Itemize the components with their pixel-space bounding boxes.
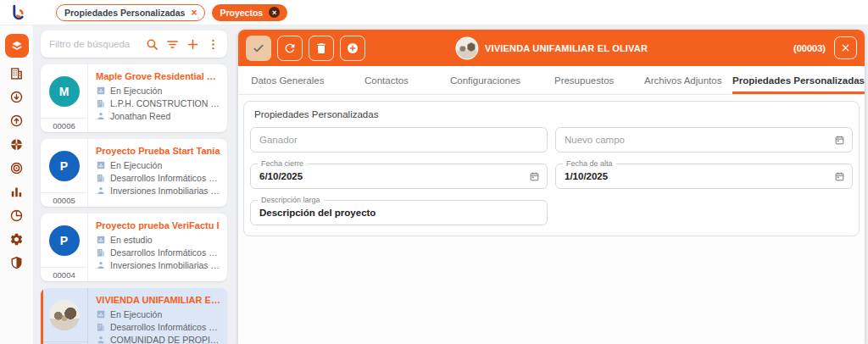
calendar-icon[interactable] bbox=[529, 171, 540, 182]
fecha-alta-value: 1/10/2025 bbox=[565, 171, 834, 181]
project-avatar: M bbox=[49, 76, 80, 107]
tab-content: Propiedades Personalizadas Ganador Nuevo… bbox=[238, 95, 865, 344]
project-title: VIVIENDA UNIFAMILIAR EL OLIVAR bbox=[96, 295, 220, 305]
tab-pill-label: Propiedades Personalizadas bbox=[64, 8, 185, 18]
descripcion-larga-label: Descripción larga bbox=[258, 195, 324, 205]
card-avatar-column: 00003 bbox=[41, 288, 88, 344]
close-tab-icon[interactable]: × bbox=[191, 7, 197, 19]
close-detail-button[interactable] bbox=[834, 36, 857, 59]
project-status: En estudio bbox=[110, 235, 153, 245]
project-company: Desarrollos Informáticos SHM S.L. bbox=[110, 247, 220, 258]
search-input[interactable]: Filtro de búsqueda bbox=[49, 39, 139, 49]
fecha-alta-label: Fecha de alta bbox=[563, 158, 616, 169]
detail-tabs: Datos GeneralesContactosConfiguracionesP… bbox=[238, 66, 865, 95]
project-status: En Ejecución bbox=[110, 309, 162, 319]
icon-rail bbox=[0, 25, 34, 344]
tab-contactos[interactable]: Contactos bbox=[337, 66, 437, 94]
sidebar-item-arrow-down-circle[interactable] bbox=[5, 88, 29, 105]
fecha-cierre-field[interactable]: Fecha cierre 6/10/2025 bbox=[250, 164, 548, 189]
project-code: 00006 bbox=[41, 118, 87, 132]
tab-pill-propiedades-personalizadas[interactable]: Propiedades Personalizadas × bbox=[56, 4, 205, 21]
project-card[interactable]: P 00004 Proyecto prueba VeriFactu I En e… bbox=[41, 214, 227, 281]
search-icon[interactable] bbox=[145, 37, 159, 52]
add-project-icon[interactable] bbox=[186, 37, 200, 52]
search-bar[interactable]: Filtro de búsqueda bbox=[41, 31, 227, 58]
descripcion-larga-field[interactable]: Descripción larga Descripción del proyec… bbox=[250, 200, 548, 225]
calendar-icon[interactable] bbox=[834, 171, 845, 182]
more-options-icon[interactable] bbox=[206, 37, 220, 52]
fecha-cierre-label: Fecha cierre bbox=[258, 158, 307, 169]
detail-header: VIVIENDA UNIFAMILIAR EL OLIVAR (00003) bbox=[238, 30, 865, 66]
tab-presupuestos[interactable]: Presupuestos bbox=[535, 66, 634, 94]
project-contact: Jonathan Reed bbox=[110, 111, 170, 121]
sidebar-item-target[interactable] bbox=[5, 159, 29, 176]
custom-properties-panel: Propiedades Personalizadas Ganador Nuevo… bbox=[243, 101, 860, 236]
sidebar-item-pie-chart[interactable] bbox=[5, 207, 29, 224]
project-card-list: M 00006 Maple Grove Residential Project … bbox=[41, 64, 227, 344]
person-icon bbox=[96, 260, 106, 270]
company-icon bbox=[96, 173, 106, 183]
company-icon bbox=[96, 322, 106, 332]
tab-propiedades-personalizadas[interactable]: Propiedades Personalizadas bbox=[732, 66, 865, 94]
tab-pill-proyectos[interactable]: Proyectos × bbox=[212, 4, 287, 21]
project-code: 00005 bbox=[41, 192, 87, 207]
tab-datos-generales[interactable]: Datos Generales bbox=[238, 66, 337, 94]
section-title: Propiedades Personalizadas bbox=[254, 109, 853, 119]
project-status: En Ejecución bbox=[110, 160, 162, 170]
project-detail-card: VIVIENDA UNIFAMILIAR EL OLIVAR (00003) D… bbox=[238, 30, 865, 344]
nuevo-campo-placeholder: Nuevo campo bbox=[565, 135, 834, 145]
project-code: 00004 bbox=[41, 267, 87, 281]
tab-configuraciones[interactable]: Configuraciones bbox=[436, 66, 535, 94]
project-list-panel: Filtro de búsqueda M 00006 Maple Grove R… bbox=[34, 25, 233, 344]
sidebar-item-building[interactable] bbox=[5, 64, 29, 81]
delete-button[interactable] bbox=[309, 36, 334, 61]
ganador-placeholder: Ganador bbox=[259, 135, 540, 145]
project-card[interactable]: 00003 VIVIENDA UNIFAMILIAR EL OLIVAR En … bbox=[41, 288, 227, 344]
company-icon bbox=[96, 247, 106, 258]
project-title: Maple Grove Residential Project bbox=[96, 71, 220, 81]
project-card[interactable]: P 00005 Proyecto Prueba Start Tania En E… bbox=[41, 139, 227, 207]
close-tab-icon[interactable]: × bbox=[269, 7, 280, 18]
sidebar-item-layers[interactable] bbox=[5, 34, 29, 58]
status-chart-icon bbox=[96, 86, 106, 96]
card-body: VIVIENDA UNIFAMILIAR EL OLIVAR En Ejecuc… bbox=[88, 288, 227, 344]
app-logo[interactable] bbox=[0, 0, 34, 25]
project-avatar: P bbox=[49, 225, 80, 256]
card-body: Proyecto Prueba Start Tania En Ejecución… bbox=[88, 139, 227, 207]
status-chart-icon bbox=[96, 160, 106, 170]
project-company: Desarrollos Informáticos SHM S.L. bbox=[110, 173, 220, 183]
sidebar-item-gear[interactable] bbox=[5, 230, 29, 247]
save-button[interactable] bbox=[246, 36, 271, 61]
project-company: L.P.H. CONSTRUCTION LIMITED bbox=[110, 98, 220, 108]
sidebar-item-bar-chart[interactable] bbox=[5, 183, 29, 200]
status-chart-icon bbox=[96, 309, 106, 319]
sidebar-item-pie-blocks[interactable] bbox=[5, 136, 29, 153]
company-icon bbox=[96, 98, 106, 108]
tab-pill-label: Proyectos bbox=[220, 8, 263, 18]
filter-icon[interactable] bbox=[165, 37, 180, 52]
refresh-button[interactable] bbox=[277, 36, 303, 61]
project-card[interactable]: M 00006 Maple Grove Residential Project … bbox=[41, 64, 227, 132]
person-icon bbox=[96, 111, 106, 121]
project-title: Proyecto prueba VeriFactu I bbox=[96, 220, 220, 230]
nuevo-campo-field[interactable]: Nuevo campo bbox=[555, 127, 853, 153]
project-avatar bbox=[49, 300, 80, 330]
fecha-alta-field[interactable]: Fecha de alta 1/10/2025 bbox=[555, 164, 853, 189]
ganador-field[interactable]: Ganador bbox=[250, 127, 548, 153]
descripcion-larga-value: Descripción del proyecto bbox=[259, 208, 540, 218]
detail-title: VIVIENDA UNIFAMILIAR EL OLIVAR bbox=[485, 43, 648, 53]
project-contact: COMUNIDAD DE PROPIETARIOS EL ... bbox=[110, 335, 220, 344]
card-avatar-column: P 00004 bbox=[41, 214, 88, 281]
top-bar: Propiedades Personalizadas × Proyectos × bbox=[0, 0, 868, 25]
project-contact: Inversiones Inmobiliarias S.A. bbox=[110, 186, 220, 196]
sidebar-item-arrow-up-circle[interactable] bbox=[5, 112, 29, 129]
project-photo-avatar bbox=[455, 36, 478, 59]
open-tabs-bar: Propiedades Personalizadas × Proyectos × bbox=[56, 4, 287, 21]
add-button[interactable] bbox=[340, 36, 365, 61]
sidebar-item-shield[interactable] bbox=[5, 254, 29, 271]
status-chart-icon bbox=[96, 235, 106, 245]
project-contact: Inversiones Inmobiliarias S.A. bbox=[110, 260, 220, 270]
calendar-icon[interactable] bbox=[834, 135, 845, 146]
tab-archivos-adjuntos[interactable]: Archivos Adjuntos bbox=[633, 66, 732, 94]
person-icon bbox=[96, 335, 106, 344]
